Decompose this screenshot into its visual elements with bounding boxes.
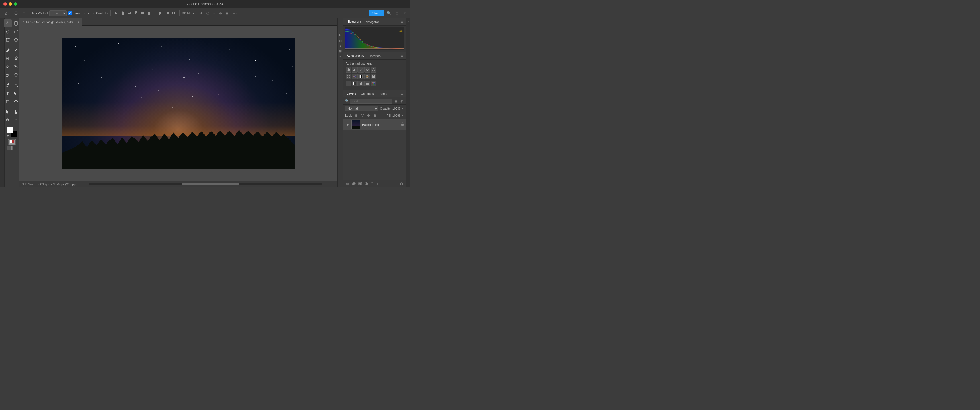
quick-mask-button[interactable] (8, 139, 16, 145)
navigator-tab[interactable]: Navigator (364, 20, 380, 24)
new-fill-adjustment[interactable] (364, 181, 369, 186)
paths-tab[interactable]: Paths (377, 91, 388, 96)
more-options-button[interactable]: ••• (232, 10, 238, 16)
lock-image-pixels[interactable] (360, 113, 365, 118)
eyedropper-tool[interactable] (4, 46, 12, 54)
libraries-tab[interactable]: Libraries (368, 54, 382, 58)
move-tool[interactable] (4, 19, 12, 27)
horizontal-scrollbar[interactable] (89, 183, 322, 185)
more-tools[interactable]: ••• (12, 116, 20, 124)
histogram-tab[interactable]: Histogram (345, 19, 362, 24)
pencil-tool[interactable] (12, 46, 20, 54)
shape-tool[interactable] (4, 98, 12, 106)
link-layers[interactable] (345, 181, 350, 186)
custom-shape-tool[interactable] (12, 98, 20, 106)
move-mode-dropdown[interactable]: ▾ (22, 10, 26, 16)
3d-scale[interactable]: ⊠ (224, 10, 230, 16)
histogram-collapse[interactable]: ≡ (401, 20, 403, 24)
color-balance-adj[interactable] (352, 74, 358, 79)
rect-select-tool[interactable] (12, 28, 20, 36)
blend-mode-select[interactable]: Normal Multiply Screen (345, 106, 378, 111)
share-button[interactable]: Share (369, 10, 384, 16)
layer-visibility-toggle[interactable]: 👁 (345, 122, 350, 127)
delete-layer[interactable] (399, 181, 404, 186)
layers-search-input[interactable] (350, 99, 392, 103)
transform-tool[interactable] (4, 36, 12, 44)
3d-rotate[interactable]: ↺ (198, 10, 204, 16)
workspace-layout-button[interactable]: ⊟ (394, 10, 400, 16)
align-right-edges[interactable] (126, 10, 132, 16)
lock-position[interactable] (366, 113, 371, 118)
align-vertical-centers[interactable] (139, 10, 146, 16)
eraser-tool[interactable] (4, 63, 12, 71)
healing-tool[interactable] (4, 54, 12, 62)
3d-roll[interactable]: ◎ (204, 10, 210, 16)
distribute-right[interactable] (171, 10, 177, 16)
adjustments-collapse[interactable]: ≡ (401, 54, 403, 58)
expand-right[interactable]: › (337, 19, 342, 24)
add-layer-style[interactable]: fx (351, 181, 356, 186)
dodge-tool[interactable] (4, 71, 12, 79)
add-layer-mask[interactable] (358, 181, 363, 186)
scrollbar-thumb[interactable] (182, 183, 239, 185)
color-lookup-adj[interactable] (345, 81, 351, 86)
auto-select-dropdown[interactable]: Layer Group (49, 10, 67, 16)
align-bottom-edges[interactable] (146, 10, 152, 16)
align-left-edges[interactable] (113, 10, 119, 16)
paint-bucket-tool[interactable] (12, 63, 20, 71)
zoom-tool[interactable] (4, 116, 12, 124)
distribute-centers-h[interactable] (164, 10, 170, 16)
hue-sat-adj[interactable] (345, 74, 351, 79)
layers-collapse[interactable]: ≡ (401, 91, 403, 96)
selective-color-adj[interactable] (371, 81, 376, 86)
freeform-pen-tool[interactable] (12, 81, 20, 89)
swap-colors-button[interactable]: ⇌ (7, 134, 10, 137)
filter-by-adjustment[interactable]: ◐ (399, 99, 404, 103)
lock-transparent-pixels[interactable] (353, 113, 359, 118)
canvas-content[interactable] (19, 25, 337, 181)
polygon-tool[interactable] (12, 36, 20, 44)
spot-heal-tool[interactable] (12, 71, 20, 79)
new-layer[interactable] (376, 181, 382, 186)
channel-mixer-adj[interactable] (371, 74, 376, 79)
foreground-color-swatch[interactable] (7, 127, 13, 133)
document-tab[interactable]: × DSC00579.ARW @ 33.3% (RGB/16*) (19, 18, 82, 25)
minimize-button[interactable] (8, 2, 12, 6)
tab-close[interactable]: × (23, 20, 24, 23)
info-panel-toggle[interactable]: ℹ (338, 44, 343, 48)
select-tool[interactable] (4, 108, 12, 116)
opacity-increase[interactable]: ▲ (401, 107, 404, 110)
hand-tool[interactable] (12, 108, 20, 116)
lock-artboards[interactable] (372, 113, 377, 118)
close-button[interactable] (3, 2, 7, 6)
threshold-adj[interactable] (364, 81, 370, 86)
align-horizontal-centers[interactable] (120, 10, 126, 16)
brightness-contrast-adj[interactable] (345, 67, 351, 73)
align-panel-toggle[interactable]: ⊟ (338, 49, 343, 54)
align-top-edges[interactable] (133, 10, 139, 16)
curves-adj[interactable] (358, 67, 364, 73)
artboard-tool[interactable] (12, 19, 20, 27)
3d-pan[interactable]: ✦ (211, 10, 217, 16)
photo-filter-adj[interactable] (364, 74, 370, 79)
swatches-panel-toggle[interactable]: ≡ (338, 54, 343, 59)
adjustments-tab[interactable]: Adjustments (345, 53, 365, 58)
layer-item[interactable]: 👁 Background (343, 119, 406, 130)
fullscreen-button[interactable] (14, 2, 17, 6)
fill-increase[interactable]: ▲ (401, 114, 404, 117)
type-tool[interactable]: T (4, 89, 12, 97)
3d-slide[interactable]: ⊕ (217, 10, 224, 16)
distribute-left[interactable] (158, 10, 164, 16)
invert-adj[interactable]: I (352, 81, 358, 86)
move-tool-button[interactable] (12, 10, 20, 16)
properties-panel-toggle[interactable]: ⊞ (338, 39, 343, 43)
black-white-adj[interactable] (358, 74, 364, 79)
stamp-tool[interactable] (12, 54, 20, 62)
new-group[interactable] (370, 181, 375, 186)
home-button[interactable]: ⌂ (2, 10, 10, 16)
levels-adj[interactable] (352, 67, 358, 73)
path-select-tool[interactable] (12, 89, 20, 97)
exposure-adj[interactable] (364, 67, 370, 73)
standard-screen-mode[interactable] (6, 146, 12, 150)
filter-by-pixel[interactable]: ▣ (393, 99, 399, 103)
